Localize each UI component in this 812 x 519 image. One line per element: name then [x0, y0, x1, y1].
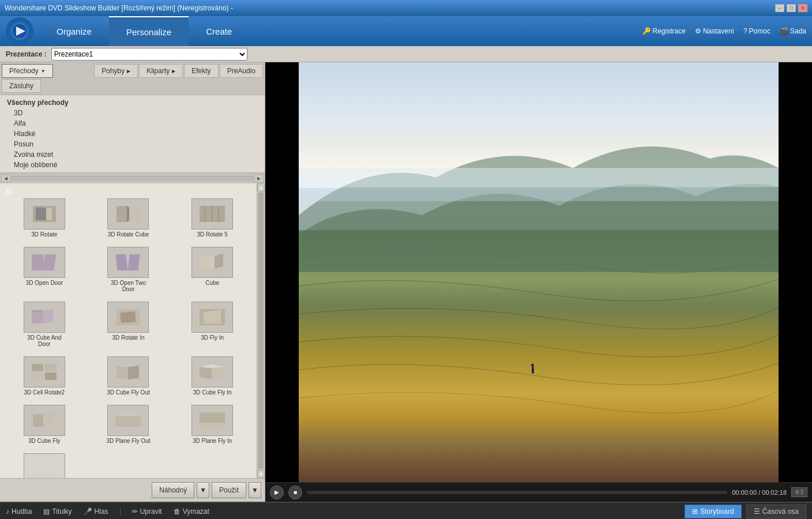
cat-scroll-left[interactable]: ◀ [1, 174, 10, 182]
trans-3d-rotate-5[interactable]: 3D Rotate 5 [172, 196, 252, 240]
trans-thumb-cube [191, 247, 233, 278]
preview-area [265, 62, 812, 482]
play-button[interactable]: ▶ [270, 486, 284, 499]
cat-alfa[interactable]: Alfa [2, 118, 262, 129]
trans-label-cube: Cube [205, 280, 219, 286]
right-panel: ▶ ■ 00:00:00 / 00:02:18 4:3 [265, 62, 812, 502]
trans-3d-rotate[interactable]: 3D Rotate [5, 196, 84, 240]
nastaveni-link[interactable]: ⚙ Nastavení [695, 27, 734, 35]
prezentace-select[interactable]: Prezentace1 [51, 48, 247, 61]
transitions-vscrollbar[interactable]: ▲ ▼ [257, 183, 265, 478]
svg-marker-40 [116, 412, 140, 416]
cat-zvolna[interactable]: Zvolna mizet [2, 149, 262, 160]
trans-label-3d-open-door: 3D Open Door [26, 280, 63, 286]
trans-label-3d-cube-fly-out: 3D Cube Fly Out [107, 389, 149, 396]
tab-titulky[interactable]: ▤ Titulky [43, 507, 72, 516]
trans-label-3d-open-two-door: 3D Open Two Door [105, 280, 151, 292]
transitions-area: 3D 3D Rotate 3D Rotate Cube [0, 183, 265, 478]
cat-vsechny[interactable]: Všechny přechody [2, 97, 262, 108]
progress-bar[interactable] [307, 491, 727, 494]
apply-button[interactable]: Použít [212, 482, 246, 498]
pomoc-link[interactable]: ? Pomoc [743, 27, 770, 35]
svg-rect-5 [46, 208, 52, 220]
left-panel: Přechody ▼ Pohyby ▶ Kliparty ▶ Efekty Pr… [0, 62, 265, 502]
tab-hudba[interactable]: ♪ Hudba [6, 507, 32, 516]
registrace-link[interactable]: 🔑 Registrace [642, 27, 686, 35]
ratio-badge: 4:3 [791, 487, 807, 497]
svg-marker-21 [43, 309, 53, 324]
random-button[interactable]: Náhodný [152, 482, 194, 498]
tab-vymazat[interactable]: 🗑 Vymazat [174, 507, 209, 516]
svg-rect-29 [32, 373, 43, 380]
cat-hladke[interactable]: Hladké [2, 129, 262, 139]
trans-cube[interactable]: Cube [172, 245, 252, 295]
vscroll-down-btn[interactable]: ▼ [257, 470, 265, 478]
preaudio-button[interactable]: PreAudio [220, 64, 263, 78]
cat-scroll-right[interactable]: ▶ [254, 174, 264, 182]
svg-rect-46 [299, 187, 779, 202]
tab-hlas[interactable]: 🎤 Hlas [84, 507, 108, 516]
kliparty-arrow: ▶ [172, 69, 175, 74]
bottom-tabs-bar: ♪ Hudba ▤ Titulky 🎤 Hlas ✏ Upravit 🗑 Vym… [0, 502, 812, 519]
cat-3d[interactable]: 3D [2, 108, 262, 118]
svg-rect-45 [299, 168, 779, 187]
trans-3d-open-two-door[interactable]: 3D Open Two Door [89, 245, 168, 295]
vscroll-thumb[interactable] [258, 193, 264, 469]
tab-organize[interactable]: Organize [39, 16, 109, 46]
efekty-button[interactable]: Efekty [184, 64, 218, 78]
svg-point-44 [531, 364, 534, 367]
trans-label-3d-rotate-in: 3D Rotate In [112, 334, 144, 341]
music-icon: ♪ [6, 507, 9, 516]
pohyby-button[interactable]: Pohyby ▶ [94, 64, 138, 78]
kliparty-button[interactable]: Kliparty ▶ [139, 64, 183, 78]
apply-dropdown-button[interactable]: ▼ [249, 482, 261, 498]
left-bottom-bar: Náhodný ▼ Použít ▼ [0, 478, 265, 502]
trans-label-3d-plane-fly-out: 3D Plane Fly Out [106, 438, 150, 444]
trans-3d-plane-fly-in[interactable]: 3D Plane Fly In [172, 403, 252, 446]
cat-oblibene[interactable]: Moje oblíbené [2, 160, 262, 170]
maximize-button[interactable]: □ [787, 4, 796, 12]
close-button[interactable]: × [798, 4, 807, 12]
timeline-view-button[interactable]: ☰ Časová osa [746, 505, 806, 518]
top-navigation: Organize Personalize Create 🔑 Registrace… [0, 16, 812, 46]
prezentace-label: Prezentace : [6, 50, 47, 58]
storyboard-view-button[interactable]: ⊞ Storyboard [685, 505, 742, 518]
sada-link[interactable]: 🎬 Sada [780, 27, 806, 35]
category-scrollbar: ◀ ▶ [0, 172, 265, 183]
trans-label-3d-rotate-cube: 3D Rotate Cube [108, 231, 149, 238]
random-dropdown-button[interactable]: ▼ [197, 482, 209, 498]
stop-button[interactable]: ■ [288, 486, 302, 499]
timeline-icon: ☰ [754, 507, 760, 516]
prechody-button[interactable]: Přechody ▼ [2, 64, 53, 78]
zasluhy-button[interactable]: Zásluhy [2, 79, 41, 93]
trans-3d-cube-and-door[interactable]: 3D Cube And Door [5, 299, 84, 349]
svg-rect-43 [532, 367, 534, 374]
trans-3d-cube-fly-in[interactable]: 3D Cube Fly In [172, 354, 252, 398]
tab-create[interactable]: Create [189, 16, 249, 46]
minimize-button[interactable]: − [775, 4, 784, 12]
mic-icon: 🎤 [84, 507, 92, 516]
cat-posun[interactable]: Posun [2, 139, 262, 149]
trans-3d-cube-fly-out[interactable]: 3D Cube Fly Out [89, 354, 168, 398]
trans-3d-open-door[interactable]: 3D Open Door [5, 245, 84, 295]
player-bar: ▶ ■ 00:00:00 / 00:02:18 4:3 [265, 482, 812, 502]
transitions-scroll[interactable]: 3D 3D Rotate 3D Rotate Cube [0, 183, 257, 478]
trans-3d-cube-fly[interactable]: 3D Cube Fly [5, 403, 84, 446]
trans-3d-plane-fly-out[interactable]: 3D Plane Fly Out [89, 403, 168, 446]
trans-label-3d-fly-in: 3D Fly In [201, 334, 224, 341]
svg-rect-15 [116, 254, 128, 270]
trans-3d-rotate-in[interactable]: 3D Rotate In [89, 299, 168, 349]
svg-rect-9 [200, 206, 225, 222]
trans-thumb-3d-cube-and-door [24, 302, 65, 333]
svg-rect-39 [115, 416, 141, 427]
vscroll-up-btn[interactable]: ▲ [257, 183, 265, 191]
trans-3d-cell-rotate2[interactable]: 3D Cell Rotate2 [5, 354, 84, 398]
trans-label-3d-cube-and-door: 3D Cube And Door [21, 334, 67, 347]
svg-marker-19 [201, 256, 215, 269]
trans-3d-fly-in[interactable]: 3D Fly In [172, 299, 252, 349]
trans-3d-rotate-cube[interactable]: 3D Rotate Cube [89, 196, 168, 240]
trans-thumb-3d-cube-fly-out [107, 356, 149, 388]
trans-thumb-3d-rotate [24, 198, 65, 230]
tab-upravit[interactable]: ✏ Upravit [120, 507, 162, 516]
tab-personalize[interactable]: Personalize [109, 16, 189, 46]
